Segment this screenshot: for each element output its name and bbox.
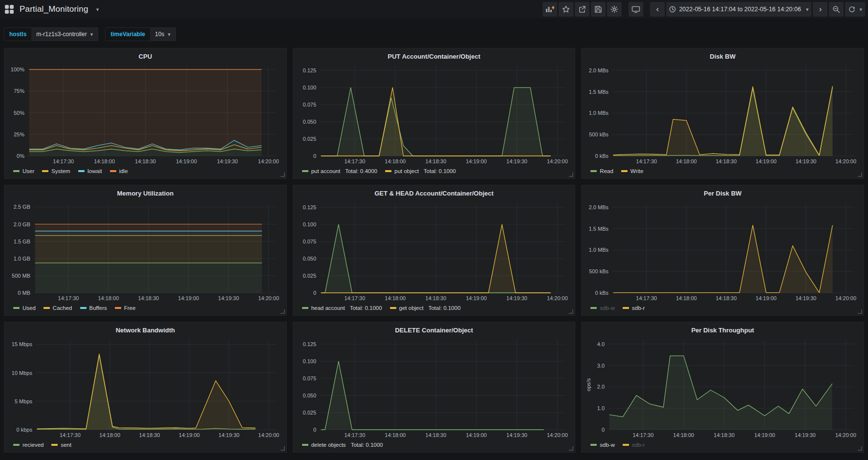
legend-item-delete-objects[interactable]: delete objectsTotal: 0.1000 (302, 442, 383, 448)
variable-value-dropdown[interactable]: 10s▾ (150, 27, 176, 41)
svg-text:0.100: 0.100 (303, 85, 316, 90)
time-range-button[interactable]: 2022-05-16 14:17:04 to 2022-05-16 14:20:… (666, 2, 811, 17)
legend-item-Write[interactable]: Write (621, 168, 644, 174)
panel-title-disk-bw[interactable]: Disk BW (586, 50, 860, 62)
svg-text:1.5 GB: 1.5 GB (14, 239, 30, 244)
chart-per-disk-bw[interactable]: 0 kBs500 kBs1.0 MBs1.5 MBs2.0 MBs14:17:3… (586, 199, 860, 303)
svg-text:1.0: 1.0 (597, 405, 605, 411)
chart-disk-bw[interactable]: 0 kBs500 kBs1.0 MBs1.5 MBs2.0 MBs14:17:3… (586, 62, 860, 166)
legend-item-sdb-w[interactable]: sdb-w (590, 305, 615, 311)
svg-text:0.025: 0.025 (303, 410, 316, 416)
legend-swatch (13, 307, 20, 309)
chart-get-head-aco[interactable]: 00.0250.0500.0750.1000.12514:17:3014:18:… (297, 199, 571, 303)
panel-title-per-disk-bw[interactable]: Per Disk BW (586, 187, 860, 199)
svg-text:0.125: 0.125 (303, 204, 316, 210)
legend-item-put-object[interactable]: put objectTotal: 0.1000 (385, 168, 456, 174)
legend-item-Used[interactable]: Used (13, 305, 36, 311)
refresh-button[interactable]: ▾ (845, 2, 865, 17)
legend-swatch (623, 444, 629, 446)
legend-item-User[interactable]: User (13, 168, 34, 174)
legend-label: sdb-r (632, 305, 645, 311)
panel-get-head-aco: GET & HEAD Account/Container/Object00.02… (293, 185, 576, 316)
navbar-actions: ‹2022-05-16 14:17:04 to 2022-05-16 14:20… (542, 2, 865, 17)
time-back-button[interactable]: ‹ (650, 2, 665, 17)
chart-cpu[interactable]: 0%25%50%75%100%14:17:3014:18:0014:18:301… (8, 62, 282, 166)
settings-button[interactable] (607, 2, 622, 17)
legend-label: put account (311, 168, 340, 174)
legend-delete-co: delete objectsTotal: 0.1000 (297, 439, 571, 450)
dashboard-title[interactable]: Partial_Monitoring (20, 4, 88, 14)
grafana-logo-grid-icon[interactable] (5, 5, 14, 14)
svg-text:14:19:00: 14:19:00 (756, 158, 777, 164)
svg-text:14:18:30: 14:18:30 (425, 158, 446, 164)
svg-text:14:18:00: 14:18:00 (94, 158, 115, 164)
variable-timeVariable[interactable]: timeVariable10s▾ (105, 27, 176, 41)
chart-delete-co[interactable]: 00.0250.0500.0750.1000.12514:17:3014:18:… (297, 336, 571, 439)
panel-title-cpu[interactable]: CPU (8, 50, 282, 62)
legend-item-sdb-r[interactable]: sdb-r (623, 305, 645, 311)
svg-text:14:17:30: 14:17:30 (344, 158, 365, 164)
legend-item-System[interactable]: System (42, 168, 70, 174)
legend-item-get-object[interactable]: get objectTotal: 0.1000 (390, 305, 461, 311)
chart-per-disk-throughput[interactable]: 01.02.03.04.014:17:3014:18:0014:18:3014:… (586, 336, 860, 439)
legend-network-bandwidth: recievedsent (8, 439, 282, 450)
legend-item-Read[interactable]: Read (590, 168, 613, 174)
chart-network-bandwidth[interactable]: 0 kbps5 Mbps10 Mbps15 Mbps14:17:3014:18:… (8, 336, 282, 439)
svg-text:2.0 MBs: 2.0 MBs (589, 67, 609, 73)
svg-text:25%: 25% (14, 131, 24, 137)
svg-text:1.5 MBs: 1.5 MBs (589, 226, 609, 232)
legend-item-Iowait[interactable]: Iowait (78, 168, 102, 174)
legend-item-idle[interactable]: idle (110, 168, 128, 174)
legend-label: Iowait (87, 168, 102, 174)
panel-title-delete-co[interactable]: DELETE Container/Object (297, 324, 571, 336)
legend-item-Buffers[interactable]: Buffers (80, 305, 107, 311)
legend-swatch (115, 307, 121, 309)
panel-title-per-disk-throughput[interactable]: Per Disk Throughput (586, 324, 860, 336)
panel-title-get-head-aco[interactable]: GET & HEAD Account/Container/Object (297, 187, 571, 199)
legend-swatch (13, 170, 20, 172)
chart-put-aco[interactable]: 00.0250.0500.0750.1000.12514:17:3014:18:… (297, 62, 571, 166)
svg-text:0.025: 0.025 (303, 136, 316, 142)
zoom-out-button[interactable] (829, 2, 844, 17)
legend-item-head-account[interactable]: head accountTotal: 0.1000 (302, 305, 382, 311)
add-panel-button[interactable] (542, 2, 557, 17)
search-minus-icon (832, 5, 840, 13)
variable-value-dropdown[interactable]: m-r1z1s3-controller▾ (31, 27, 98, 41)
variable-hostls[interactable]: hostlsm-r1z1s3-controller▾ (4, 27, 98, 41)
star-button[interactable] (559, 2, 573, 17)
panel-per-disk-throughput: Per Disk Throughput01.02.03.04.014:17:30… (581, 322, 864, 453)
legend-swatch (390, 307, 396, 309)
legend-item-recieved[interactable]: recieved (13, 442, 43, 448)
svg-text:14:17:30: 14:17:30 (344, 432, 365, 438)
time-forward-button[interactable]: › (813, 2, 827, 17)
svg-text:0 kBs: 0 kBs (595, 153, 609, 159)
monitor-icon (631, 5, 640, 13)
chart-memory-utilization[interactable]: 0 MB500 MB1.0 GB1.5 GB2.0 GB2.5 GB14:17:… (8, 199, 282, 303)
refresh-icon (848, 5, 856, 13)
legend-swatch (302, 307, 308, 309)
share-button[interactable] (575, 2, 589, 17)
cycle-view-button[interactable] (629, 2, 643, 17)
panel-network-bandwidth: Network Bandwidth0 kbps5 Mbps10 Mbps15 M… (4, 322, 287, 453)
panel-title-memory-utilization[interactable]: Memory Utilization (8, 187, 282, 199)
svg-text:0: 0 (602, 427, 605, 433)
legend-item-sdb-w[interactable]: sdb-w (590, 442, 615, 448)
svg-text:14:20:00: 14:20:00 (836, 158, 857, 164)
legend-item-put-account[interactable]: put accountTotal: 0.4000 (302, 168, 377, 174)
panel-title-network-bandwidth[interactable]: Network Bandwidth (8, 324, 282, 336)
legend-item-sent[interactable]: sent (51, 442, 71, 448)
legend-label: sdb-w (600, 305, 615, 311)
legend-label: head account (311, 305, 345, 311)
caret-down-icon: ▾ (90, 31, 93, 38)
svg-text:14:20:00: 14:20:00 (258, 295, 279, 301)
svg-text:1.0 MBs: 1.0 MBs (589, 247, 609, 253)
legend-item-Cached[interactable]: Cached (43, 305, 72, 311)
svg-text:5 Mbps: 5 Mbps (15, 398, 33, 404)
legend-item-Free[interactable]: Free (115, 305, 136, 311)
svg-text:0.125: 0.125 (303, 67, 316, 73)
legend-item-sdb-r[interactable]: sdb-r (623, 442, 645, 448)
panel-title-put-aco[interactable]: PUT Account/Container/Object (297, 50, 571, 62)
svg-text:0.050: 0.050 (303, 393, 316, 398)
save-button[interactable] (591, 2, 606, 17)
svg-text:14:17:30: 14:17:30 (636, 295, 657, 301)
